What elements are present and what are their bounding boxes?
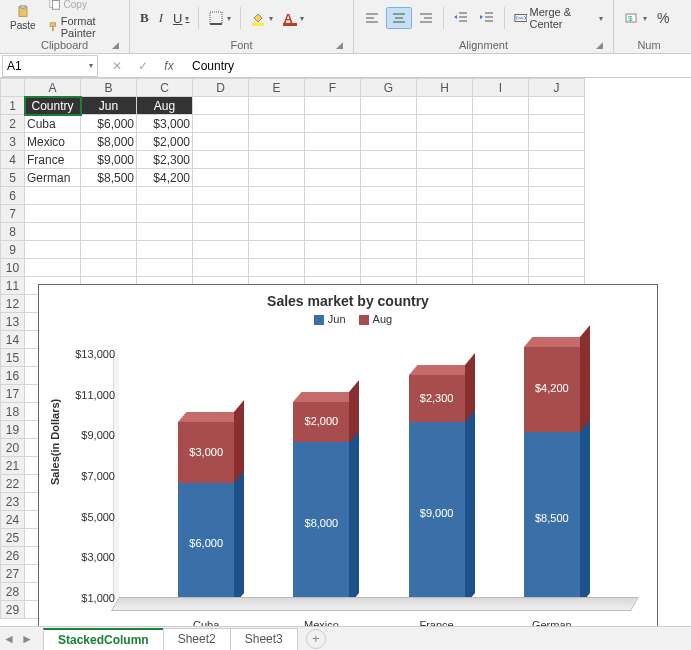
cell[interactable] bbox=[137, 223, 193, 241]
underline-button[interactable]: U▾ bbox=[169, 9, 193, 28]
cell[interactable]: $2,300 bbox=[137, 151, 193, 169]
cell[interactable]: Cuba bbox=[25, 115, 81, 133]
accounting-format-button[interactable]: $▾ bbox=[620, 8, 651, 28]
cell[interactable] bbox=[249, 169, 305, 187]
row-header[interactable]: 23 bbox=[1, 493, 25, 511]
format-painter-button[interactable]: Format Painter bbox=[44, 13, 123, 41]
row-header[interactable]: 18 bbox=[1, 403, 25, 421]
row-header[interactable]: 21 bbox=[1, 457, 25, 475]
row-header[interactable]: 29 bbox=[1, 601, 25, 619]
sheet-tab[interactable]: StackedColumn bbox=[43, 628, 164, 650]
row-header[interactable]: 10 bbox=[1, 259, 25, 277]
row-header[interactable]: 26 bbox=[1, 547, 25, 565]
cell[interactable] bbox=[137, 187, 193, 205]
cell[interactable] bbox=[81, 223, 137, 241]
cell[interactable] bbox=[529, 151, 585, 169]
embedded-chart[interactable]: Sales market by country Jun Aug Sales(in… bbox=[38, 284, 658, 650]
cell[interactable] bbox=[417, 115, 473, 133]
row-header[interactable]: 4 bbox=[1, 151, 25, 169]
cell[interactable] bbox=[473, 133, 529, 151]
cell[interactable] bbox=[249, 241, 305, 259]
cell[interactable] bbox=[417, 97, 473, 115]
cell[interactable] bbox=[193, 205, 249, 223]
cell[interactable]: German bbox=[25, 169, 81, 187]
enter-formula-icon[interactable]: ✓ bbox=[134, 59, 152, 73]
column-header[interactable]: B bbox=[81, 79, 137, 97]
cell[interactable] bbox=[81, 259, 137, 277]
cell[interactable] bbox=[305, 151, 361, 169]
cell[interactable] bbox=[193, 97, 249, 115]
column-header[interactable]: H bbox=[417, 79, 473, 97]
row-header[interactable]: 20 bbox=[1, 439, 25, 457]
bold-button[interactable]: B bbox=[136, 8, 153, 28]
cell[interactable] bbox=[473, 151, 529, 169]
cell[interactable] bbox=[249, 223, 305, 241]
cell[interactable] bbox=[417, 241, 473, 259]
cell[interactable] bbox=[529, 169, 585, 187]
cell[interactable]: $4,200 bbox=[137, 169, 193, 187]
cell[interactable] bbox=[473, 97, 529, 115]
clipboard-dialog-launcher[interactable]: ◢ bbox=[109, 39, 121, 51]
align-center-button[interactable] bbox=[386, 7, 412, 29]
merge-center-button[interactable]: Merge & Center▾ bbox=[510, 4, 607, 32]
cell[interactable] bbox=[361, 115, 417, 133]
cell[interactable] bbox=[417, 187, 473, 205]
cell[interactable]: $9,000 bbox=[81, 151, 137, 169]
column-header[interactable]: F bbox=[305, 79, 361, 97]
increase-indent-button[interactable] bbox=[475, 8, 499, 28]
cell[interactable] bbox=[305, 187, 361, 205]
cell[interactable]: Mexico bbox=[25, 133, 81, 151]
cell[interactable] bbox=[25, 241, 81, 259]
cell[interactable] bbox=[249, 133, 305, 151]
cell[interactable] bbox=[361, 223, 417, 241]
tab-nav-next[interactable]: ► bbox=[18, 632, 36, 646]
alignment-dialog-launcher[interactable]: ◢ bbox=[593, 39, 605, 51]
row-header[interactable]: 11 bbox=[1, 277, 25, 295]
cell[interactable] bbox=[305, 169, 361, 187]
cell[interactable]: $6,000 bbox=[81, 115, 137, 133]
row-header[interactable]: 14 bbox=[1, 331, 25, 349]
cell[interactable] bbox=[25, 187, 81, 205]
cell[interactable] bbox=[193, 223, 249, 241]
column-header[interactable]: I bbox=[473, 79, 529, 97]
cell[interactable] bbox=[25, 223, 81, 241]
cell[interactable] bbox=[473, 259, 529, 277]
row-header[interactable]: 13 bbox=[1, 313, 25, 331]
cell[interactable] bbox=[249, 187, 305, 205]
tab-nav-prev[interactable]: ◄ bbox=[0, 632, 18, 646]
column-header[interactable]: D bbox=[193, 79, 249, 97]
cell[interactable]: $8,500 bbox=[81, 169, 137, 187]
row-header[interactable]: 24 bbox=[1, 511, 25, 529]
cell[interactable] bbox=[249, 259, 305, 277]
cell[interactable] bbox=[529, 205, 585, 223]
cell[interactable] bbox=[249, 97, 305, 115]
cell[interactable] bbox=[473, 205, 529, 223]
cell[interactable] bbox=[417, 133, 473, 151]
cell[interactable] bbox=[417, 259, 473, 277]
sheet-tab[interactable]: Sheet2 bbox=[163, 628, 231, 650]
cell[interactable] bbox=[473, 115, 529, 133]
row-header[interactable]: 6 bbox=[1, 187, 25, 205]
cell[interactable] bbox=[305, 241, 361, 259]
cell[interactable] bbox=[361, 151, 417, 169]
row-header[interactable]: 22 bbox=[1, 475, 25, 493]
cell[interactable] bbox=[529, 241, 585, 259]
cell[interactable]: Country bbox=[25, 97, 81, 115]
fx-icon[interactable]: fx bbox=[160, 59, 178, 73]
cell[interactable] bbox=[529, 259, 585, 277]
align-right-button[interactable] bbox=[414, 8, 438, 28]
fill-color-button[interactable]: ▾ bbox=[246, 8, 277, 28]
cell[interactable] bbox=[417, 151, 473, 169]
row-header[interactable]: 9 bbox=[1, 241, 25, 259]
formula-input[interactable]: Country bbox=[186, 59, 691, 73]
cell[interactable] bbox=[305, 115, 361, 133]
column-header[interactable]: G bbox=[361, 79, 417, 97]
cell[interactable] bbox=[361, 187, 417, 205]
borders-button[interactable]: ▾ bbox=[204, 8, 235, 28]
copy-button[interactable]: Copy bbox=[44, 0, 123, 13]
cell[interactable] bbox=[529, 97, 585, 115]
cell[interactable] bbox=[81, 187, 137, 205]
cell[interactable] bbox=[25, 205, 81, 223]
cell[interactable] bbox=[417, 205, 473, 223]
cell[interactable] bbox=[361, 259, 417, 277]
